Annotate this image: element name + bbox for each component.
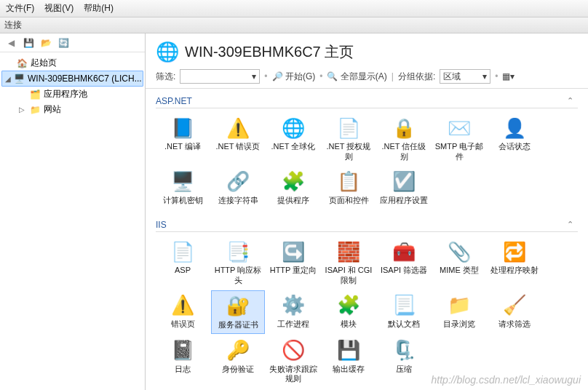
feature-icon: 📃 [392, 293, 416, 318]
feature-icon: 📓 [170, 338, 195, 363]
filter-bar: 筛选: ▾ • 🔎 开始(G) • 🔍 全部显示(A) | 分组依据: 区域▾ … [146, 68, 588, 89]
back-icon[interactable]: ◀ [4, 36, 17, 49]
feature-item[interactable]: 💾输出缓存 [322, 335, 376, 385]
feature-item[interactable]: 🔁处理程序映射 [488, 236, 541, 289]
collapse-icon[interactable]: ⌃ [567, 220, 573, 229]
feature-label: 页面和控件 [329, 196, 369, 206]
tree-item-label: 起始页 [31, 57, 57, 69]
feature-label: 输出缓存 [333, 365, 365, 375]
feature-icon: 🧰 [392, 239, 416, 264]
feature-label: 目录浏览 [443, 319, 475, 330]
group-header[interactable]: ASP.NET⌃ [156, 95, 578, 108]
filter-input[interactable]: ▾ [180, 69, 260, 84]
feature-item[interactable]: 📋页面和控件 [322, 167, 376, 209]
feature-item[interactable]: 🔗连接字符串 [211, 167, 265, 209]
page-title: WIN-309EBHMK6C7 主页 [185, 42, 354, 62]
feature-group: ASP.NET⌃📘.NET 编译⚠️.NET 错误页🌐.NET 全球化📄.NET… [156, 95, 578, 212]
save-icon[interactable]: 💾 [22, 36, 35, 49]
tree-item-icon: 🗂️ [29, 89, 41, 100]
feature-label: 服务器证书 [218, 320, 258, 330]
group-name: IIS [156, 220, 167, 230]
feature-item[interactable]: 🧰ISAPI 筛选器 [377, 236, 431, 289]
feature-item[interactable]: ✉️SMTP 电子邮件 [432, 113, 486, 165]
feature-icon: 👤 [502, 116, 527, 140]
feature-label: .NET 授权规则 [323, 142, 374, 162]
feature-item[interactable]: 🗜️压缩 [377, 335, 431, 385]
feature-item[interactable]: 📑HTTP 响应标头 [211, 236, 265, 289]
feature-icon: ☑️ [392, 170, 416, 194]
feature-item[interactable]: ⚠️.NET 错误页 [211, 113, 265, 165]
feature-item[interactable]: ☑️应用程序设置 [377, 167, 431, 209]
feature-icon: 📘 [170, 116, 195, 140]
group-name: ASP.NET [156, 96, 192, 106]
feature-label: 默认文档 [388, 319, 420, 330]
feature-item[interactable]: 🌐.NET 全球化 [266, 113, 320, 165]
menubar: 文件(F) 视图(V) 帮助(H) [0, 0, 588, 17]
feature-item[interactable]: 🧱ISAPI 和 CGI 限制 [322, 236, 376, 289]
expand-icon[interactable]: ◢ [5, 75, 11, 83]
feature-label: 身份验证 [222, 365, 254, 375]
feature-icon: 📎 [447, 239, 472, 264]
feature-label: ISAPI 和 CGI 限制 [323, 266, 374, 286]
feature-icon: 🧩 [281, 170, 306, 194]
feature-item[interactable]: 🔑身份验证 [211, 335, 265, 385]
feature-label: .NET 错误页 [216, 142, 261, 152]
tree-item[interactable]: ◢🖥️WIN-309EBHMK6C7 (LICH... [1, 71, 143, 87]
show-all-button[interactable]: 🔍 全部显示(A) [327, 71, 386, 83]
feature-label: 计算机密钥 [163, 196, 203, 206]
menu-file[interactable]: 文件(F) [6, 2, 34, 15]
tree-item-icon: 📁 [29, 104, 41, 116]
feature-item[interactable]: 📃默认文档 [377, 290, 431, 334]
feature-icon: 🔁 [502, 239, 527, 264]
feature-icon: ⚠️ [226, 116, 250, 140]
tree-item[interactable]: 🗂️应用程序池 [1, 87, 143, 102]
menu-help[interactable]: 帮助(H) [84, 2, 114, 15]
view-mode-button[interactable]: ▦▾ [502, 71, 514, 81]
feature-item[interactable]: 📁目录浏览 [432, 290, 486, 334]
feature-item[interactable]: ⚠️错误页 [156, 290, 210, 334]
feature-item[interactable]: 🧹请求筛选 [488, 290, 541, 334]
feature-item[interactable]: 🔒.NET 信任级别 [377, 113, 431, 165]
feature-item[interactable]: ⚙️工作进程 [266, 290, 320, 334]
feature-item[interactable]: 🖥️计算机密钥 [156, 167, 210, 209]
separator: • [264, 71, 267, 81]
feature-label: 会话状态 [498, 142, 531, 152]
feature-label: .NET 编译 [164, 142, 201, 152]
feature-label: 错误页 [171, 319, 195, 330]
feature-item[interactable]: 🔐服务器证书 [211, 290, 265, 334]
feature-item[interactable]: 📄.NET 授权规则 [322, 113, 376, 165]
expand-icon[interactable]: ▷ [17, 106, 26, 114]
feature-item[interactable]: 🧩模块 [322, 290, 376, 334]
feature-item[interactable]: ↪️HTTP 重定向 [266, 236, 320, 289]
feature-icon: ✉️ [447, 116, 472, 140]
feature-item[interactable]: 📎MIME 类型 [432, 236, 486, 289]
tree-item[interactable]: ▷📁网站 [1, 102, 143, 117]
feature-icon: 📁 [447, 293, 472, 318]
feature-item[interactable]: 👤会话状态 [488, 113, 541, 165]
groupby-select[interactable]: 区域▾ [440, 69, 490, 84]
feature-label: .NET 信任级别 [378, 142, 429, 162]
go-button[interactable]: 🔎 开始(G) [272, 71, 316, 83]
refresh-icon[interactable]: 🔄 [57, 36, 70, 49]
menu-view[interactable]: 视图(V) [44, 2, 74, 15]
feature-item[interactable]: 🚫失败请求跟踪规则 [266, 335, 320, 385]
feature-icon: ↪️ [281, 239, 306, 264]
feature-grid: ASP.NET⌃📘.NET 编译⚠️.NET 错误页🌐.NET 全球化📄.NET… [146, 89, 588, 384]
feature-label: HTTP 响应标头 [212, 266, 263, 286]
feature-icon: 📑 [226, 239, 250, 264]
feature-item[interactable]: 📘.NET 编译 [156, 113, 210, 165]
tree-item-label: 应用程序池 [44, 88, 87, 100]
feature-item[interactable]: 📄ASP [156, 236, 210, 289]
separator: • [319, 71, 322, 81]
feature-label: ISAPI 筛选器 [381, 266, 427, 276]
tree-item-label: WIN-309EBHMK6C7 (LICH... [28, 73, 142, 84]
collapse-icon[interactable]: ⌃ [567, 96, 573, 106]
separator: • [495, 71, 498, 81]
feature-icon: 🖥️ [170, 170, 195, 194]
folder-icon[interactable]: 📂 [39, 36, 52, 49]
feature-icon: 🧩 [336, 293, 361, 318]
group-header[interactable]: IIS⌃ [156, 218, 578, 232]
tree-item[interactable]: 🏠起始页 [1, 55, 143, 71]
feature-item[interactable]: 📓日志 [156, 335, 210, 385]
feature-item[interactable]: 🧩提供程序 [266, 167, 320, 209]
